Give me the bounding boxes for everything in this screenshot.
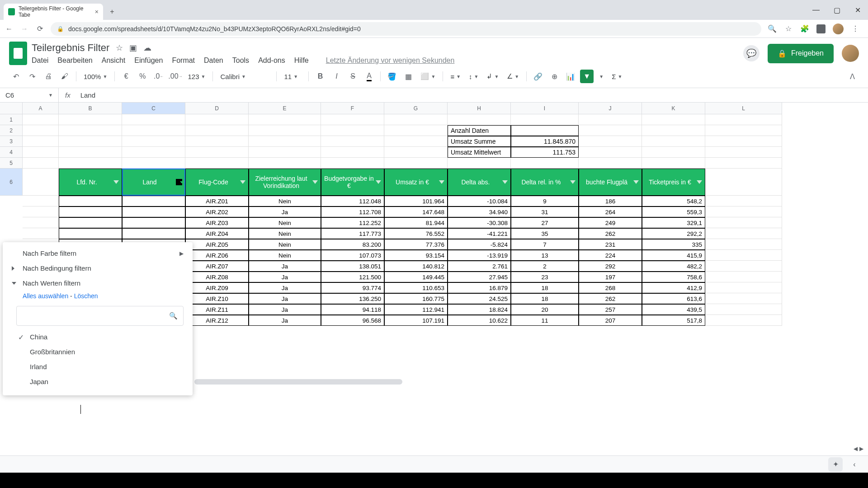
table-cell[interactable]: 415,9 — [642, 250, 705, 261]
reload-button[interactable]: ⟳ — [35, 24, 44, 33]
table-cell[interactable]: AIR.Z09 — [185, 282, 249, 293]
table-cell[interactable]: Ja — [249, 315, 321, 326]
link-button[interactable]: 🔗 — [531, 70, 545, 83]
menu-addons[interactable]: Add-ons — [258, 56, 285, 65]
table-cell[interactable]: 292 — [579, 261, 642, 272]
table-cell[interactable]: 18 — [511, 282, 579, 293]
strike-button[interactable]: S — [346, 70, 359, 83]
text-color-button[interactable]: A — [362, 70, 376, 83]
horizontal-scrollbar[interactable] — [194, 379, 402, 385]
browser-menu-icon[interactable]: ⋮ — [851, 24, 860, 33]
table-cell[interactable]: 117.773 — [321, 228, 384, 239]
table-row[interactable]: AIR.Z03Nein112.25281.944-30.30827249329,… — [23, 217, 868, 228]
filter-value-option[interactable]: Großbritannien — [3, 344, 193, 359]
table-cell[interactable]: Ja — [249, 304, 321, 315]
filter-dropdown-icon[interactable] — [439, 180, 444, 184]
menu-einfuegen[interactable]: Einfügen — [134, 56, 163, 65]
table-cell[interactable]: Nein — [249, 228, 321, 239]
column-header[interactable]: E — [249, 103, 321, 114]
number-format-select[interactable]: 123▼ — [185, 73, 208, 80]
menu-ansicht[interactable]: Ansicht — [102, 56, 125, 65]
chart-button[interactable]: 📊 — [564, 70, 577, 83]
table-cell[interactable]: 257 — [579, 304, 642, 315]
column-header[interactable]: I — [511, 103, 579, 114]
table-cell[interactable]: 160.775 — [384, 293, 448, 304]
table-cell[interactable]: Ja — [249, 293, 321, 304]
table-row[interactable]: AIR.Z02Ja112.708147.64834.94031264559,3 — [23, 206, 868, 217]
table-cell[interactable]: 24.525 — [448, 293, 511, 304]
table-header-cell[interactable]: Delta abs. — [448, 169, 511, 196]
table-cell[interactable]: Nein — [249, 217, 321, 228]
table-cell[interactable]: 439,5 — [642, 304, 705, 315]
back-button[interactable]: ← — [5, 24, 14, 33]
browser-tab[interactable]: Teilergebnis Filter - Google Tabe × — [4, 4, 103, 20]
filter-dropdown-icon[interactable] — [376, 180, 381, 184]
column-header[interactable]: A — [23, 103, 59, 114]
close-window-button[interactable]: ✕ — [847, 0, 868, 20]
table-cell[interactable]: 517,8 — [642, 315, 705, 326]
italic-button[interactable]: I — [330, 70, 343, 83]
filter-value-option[interactable]: Irland — [3, 359, 193, 374]
table-cell[interactable]: AIR.Z11 — [185, 304, 249, 315]
table-cell[interactable]: AIR.Z07 — [185, 261, 249, 272]
table-cell[interactable]: 559,3 — [642, 206, 705, 217]
halign-button[interactable]: ≡▼ — [448, 73, 463, 80]
redo-button[interactable]: ↷ — [25, 70, 39, 83]
table-cell[interactable]: 94.118 — [321, 304, 384, 315]
table-header-cell[interactable]: buchte Flugplä — [579, 169, 642, 196]
table-header-cell[interactable]: Umsatz in € — [384, 169, 448, 196]
undo-button[interactable]: ↶ — [9, 70, 23, 83]
table-cell[interactable]: AIR.Z02 — [185, 206, 249, 217]
table-cell[interactable]: Ja — [249, 206, 321, 217]
table-cell[interactable]: 136.250 — [321, 293, 384, 304]
menu-bearbeiten[interactable]: Bearbeiten — [57, 56, 92, 65]
font-size-select[interactable]: 11▼ — [281, 73, 304, 80]
row-header[interactable]: 1 — [0, 114, 23, 125]
filter-views-button[interactable]: ▼ — [596, 74, 606, 79]
summary-label[interactable]: Umsatz Summe — [448, 136, 511, 147]
functions-button[interactable]: Σ▼ — [609, 73, 625, 80]
print-button[interactable]: 🖨 — [42, 70, 55, 83]
table-cell[interactable]: 264 — [579, 206, 642, 217]
doc-title[interactable]: Teilergebnis Filter — [32, 42, 109, 54]
minimize-button[interactable]: — — [806, 0, 826, 20]
percent-button[interactable]: % — [136, 70, 149, 83]
table-header-cell[interactable]: Land — [122, 169, 185, 196]
table-cell[interactable]: 262 — [579, 228, 642, 239]
zoom-select[interactable]: 100%▼ — [81, 73, 110, 80]
share-button[interactable]: 🔒 Freigeben — [768, 44, 834, 63]
table-cell[interactable]: -30.308 — [448, 217, 511, 228]
column-header[interactable]: D — [185, 103, 249, 114]
filter-value-option[interactable]: China — [3, 329, 193, 344]
filter-by-values[interactable]: Nach Werten filtern — [3, 276, 193, 291]
table-cell[interactable]: 31 — [511, 206, 579, 217]
table-cell[interactable]: 27 — [511, 217, 579, 228]
table-cell[interactable]: 101.964 — [384, 196, 448, 206]
table-cell[interactable]: 147.648 — [384, 206, 448, 217]
star-icon[interactable]: ☆ — [784, 24, 793, 33]
table-cell[interactable]: 613,6 — [642, 293, 705, 304]
table-cell[interactable]: Nein — [249, 250, 321, 261]
row-header[interactable]: 4 — [0, 147, 23, 158]
table-cell[interactable]: AIR.Z12 — [185, 315, 249, 326]
rotate-button[interactable]: ∠▼ — [504, 72, 522, 80]
table-cell[interactable]: -5.824 — [448, 239, 511, 250]
table-cell[interactable]: 7 — [511, 239, 579, 250]
table-cell[interactable]: Nein — [249, 196, 321, 206]
move-doc-icon[interactable]: ▣ — [129, 43, 137, 53]
table-cell[interactable]: AIR.Z01 — [185, 196, 249, 206]
row-header[interactable]: 6 — [0, 169, 23, 196]
zoom-icon[interactable]: 🔍 — [768, 24, 777, 33]
table-header-cell[interactable]: Delta rel. in % — [511, 169, 579, 196]
column-header[interactable]: H — [448, 103, 511, 114]
menu-tools[interactable]: Tools — [232, 56, 249, 65]
summary-value[interactable]: 11.845.870 — [511, 136, 579, 147]
table-cell[interactable]: 121.500 — [321, 272, 384, 282]
summary-label[interactable]: Umsatz Mittelwert — [448, 147, 511, 158]
borders-button[interactable]: ▦ — [401, 70, 415, 83]
select-all-link[interactable]: Alles auswählen — [23, 292, 68, 300]
merge-button[interactable]: ⬜▼ — [418, 72, 438, 80]
table-header-cell[interactable]: Ticketpreis in € — [642, 169, 705, 196]
filter-button[interactable]: ▼ — [580, 70, 594, 83]
row-header[interactable]: 2 — [0, 125, 23, 136]
